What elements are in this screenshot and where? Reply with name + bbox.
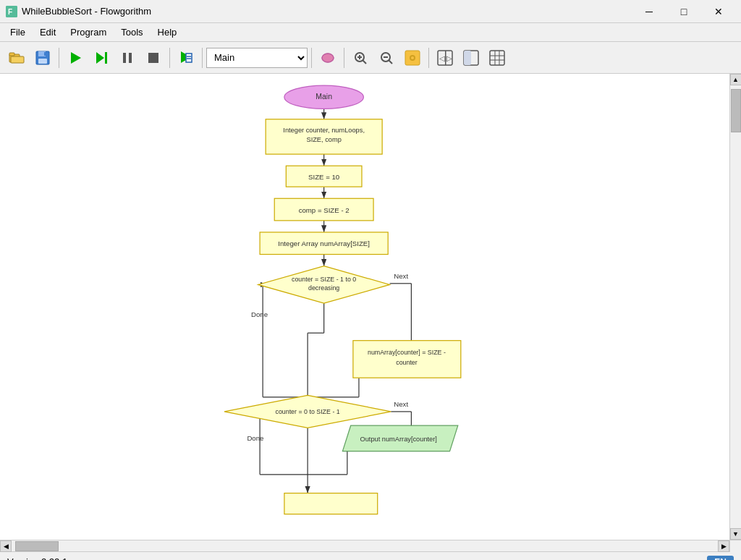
svg-text:SIZE, comp: SIZE, comp [306, 136, 341, 143]
svg-line-26 [389, 60, 393, 64]
title-bar: F WhileBubbleSort - Flowgorithm ─ □ ✕ [0, 0, 741, 23]
maximize-button[interactable]: □ [667, 1, 700, 22]
svg-marker-9 [71, 52, 81, 64]
svg-text:Done: Done [251, 310, 268, 318]
svg-text:Output numArray[counter]: Output numArray[counter] [360, 436, 436, 443]
open-button[interactable] [4, 46, 29, 70]
scroll-left-button[interactable]: ◀ [0, 540, 12, 552]
menu-tools[interactable]: Tools [114, 25, 150, 39]
zoom-out-button[interactable] [374, 46, 399, 70]
svg-rect-13 [129, 53, 132, 63]
horizontal-scrollbar-wrap: ◀ ▶ [0, 540, 741, 551]
svg-text:Integer Array numArray[SIZE]: Integer Array numArray[SIZE] [278, 239, 370, 247]
pause-button[interactable] [115, 46, 140, 70]
menu-file[interactable]: File [3, 25, 33, 39]
separator-4 [311, 48, 312, 68]
flowchart-svg: Next Done Next Done [0, 74, 729, 540]
svg-rect-4 [11, 56, 24, 63]
menu-help[interactable]: Help [151, 25, 185, 39]
window-title: WhileBubbleSort - Flowgorithm [22, 6, 632, 17]
scrollbar-corner [729, 540, 741, 552]
window-controls: ─ □ ✕ [632, 1, 735, 22]
horizontal-scrollbar[interactable]: ◀ ▶ [0, 540, 729, 552]
save-button[interactable] [30, 46, 55, 70]
menu-program[interactable]: Program [63, 25, 114, 39]
svg-text:counter: counter [396, 359, 418, 366]
separator-5 [344, 48, 344, 68]
separator-3 [202, 48, 203, 68]
svg-text:Next: Next [394, 400, 408, 408]
separator-6 [428, 48, 429, 68]
debug-button[interactable] [174, 46, 198, 70]
scroll-up-button[interactable]: ▲ [730, 74, 742, 85]
svg-rect-8 [44, 52, 46, 56]
step-button[interactable] [89, 46, 114, 70]
svg-rect-16 [186, 54, 192, 62]
svg-text:Done: Done [247, 434, 263, 442]
svg-text:Next: Next [394, 272, 408, 280]
close-button[interactable]: ✕ [702, 1, 735, 22]
minimize-button[interactable]: ─ [632, 1, 666, 22]
scroll-thumb-v[interactable] [731, 89, 741, 132]
app-icon: F [6, 6, 17, 17]
zoom-in-button[interactable] [348, 46, 373, 70]
canvas-area[interactable]: Next Done Next Done [0, 74, 729, 540]
svg-rect-91 [284, 493, 378, 514]
expand-button[interactable]: ◁ ▷ [433, 46, 457, 70]
svg-text:numArray[counter] = SIZE -: numArray[counter] = SIZE - [368, 349, 446, 356]
svg-text:Integer counter, numLoops,: Integer counter, numLoops, [283, 127, 365, 134]
svg-text:SIZE = 10: SIZE = 10 [308, 173, 339, 181]
svg-text:counter = SIZE - 1 to 0: counter = SIZE - 1 to 0 [292, 276, 356, 283]
version-text: Version 2.22.1 [7, 556, 67, 560]
svg-rect-7 [38, 59, 47, 64]
language-badge[interactable]: EN [707, 556, 734, 561]
grid-button[interactable] [485, 46, 509, 70]
menu-edit[interactable]: Edit [33, 25, 63, 39]
main-area: Next Done Next Done [0, 74, 741, 540]
function-dropdown[interactable]: Main [206, 48, 308, 68]
scroll-right-button[interactable]: ▶ [718, 540, 729, 552]
svg-rect-11 [105, 52, 107, 64]
settings-button[interactable] [400, 46, 425, 70]
svg-rect-3 [9, 53, 14, 56]
toolbar: Main ◁ [0, 42, 741, 74]
shapes-button[interactable] [316, 46, 340, 70]
separator-1 [59, 48, 59, 68]
svg-text:F: F [8, 8, 12, 16]
svg-marker-10 [96, 52, 104, 64]
stop-button[interactable] [141, 46, 166, 70]
svg-text:◁: ◁ [439, 54, 445, 62]
vertical-scrollbar[interactable]: ▲ ▼ [729, 74, 741, 540]
svg-text:Main: Main [316, 93, 332, 101]
svg-text:comp = SIZE - 2: comp = SIZE - 2 [299, 206, 350, 214]
status-bar: Version 2.22.1 EN [0, 551, 741, 560]
scroll-track-h [12, 540, 718, 552]
panel-button[interactable] [459, 46, 483, 70]
run-button[interactable] [63, 46, 88, 70]
scroll-thumb-h[interactable] [15, 541, 59, 551]
menu-bar: File Edit Program Tools Help [0, 23, 741, 42]
function-dropdown-wrap: Main [206, 48, 308, 68]
svg-text:▷: ▷ [446, 54, 452, 62]
svg-line-22 [363, 60, 367, 64]
svg-text:decreasing: decreasing [308, 284, 339, 292]
svg-rect-12 [123, 53, 126, 63]
scroll-track-v [730, 85, 741, 528]
svg-point-30 [411, 56, 414, 59]
scroll-down-button[interactable]: ▼ [730, 528, 742, 540]
svg-text:counter = 0 to SIZE - 1: counter = 0 to SIZE - 1 [275, 408, 339, 415]
svg-rect-14 [148, 53, 158, 63]
svg-rect-36 [464, 51, 471, 65]
svg-rect-37 [490, 51, 504, 65]
separator-2 [169, 48, 170, 68]
